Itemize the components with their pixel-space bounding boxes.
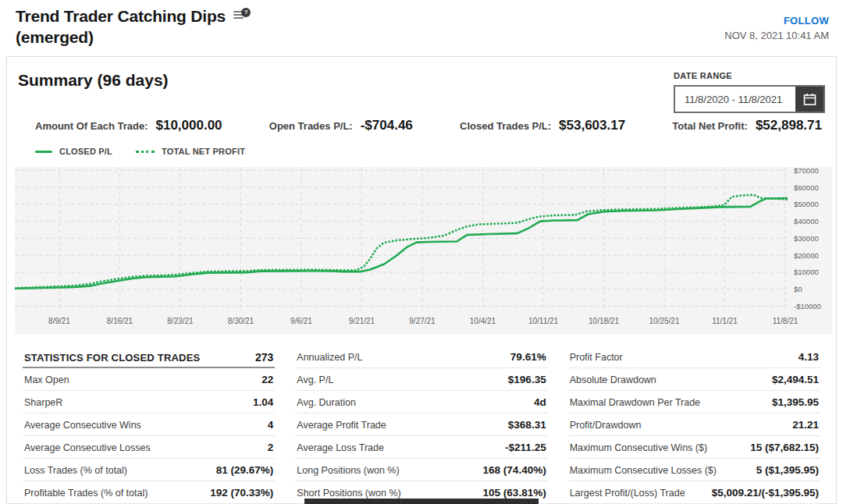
table-row: Loss Trades (% of total)81 (29.67%) bbox=[23, 459, 275, 481]
stat-value: 105 (63.81%) bbox=[483, 487, 546, 499]
metric-value: -$704.46 bbox=[361, 118, 413, 133]
stat-value: 273 bbox=[255, 351, 273, 364]
table-row: STATISTICS FOR CLOSED TRADES273 bbox=[23, 346, 275, 368]
table-row: Largest Profit/(Loss) Trade$5,009.21/(-$… bbox=[568, 481, 820, 504]
stat-value: 4 bbox=[268, 419, 274, 431]
table-row: Average Loss Trade-$211.25 bbox=[295, 436, 547, 459]
stat-value: 2 bbox=[268, 442, 274, 453]
stat-value: $368.31 bbox=[508, 419, 546, 431]
svg-text:8/16/21: 8/16/21 bbox=[107, 317, 133, 325]
stat-label: Maximum Consecutive Wins ($) bbox=[570, 442, 707, 453]
stat-label: Profit/Drawdown bbox=[570, 420, 642, 431]
svg-text:8/23/21: 8/23/21 bbox=[167, 317, 194, 325]
stats-column-2: Annualized P/L79.61%Avg. P/L$196.35Avg. … bbox=[295, 346, 547, 504]
follow-button[interactable]: FOLLOW bbox=[784, 15, 829, 27]
table-row: Maximal Drawdown Per Trade$1,395.95 bbox=[568, 391, 820, 413]
stat-label: Average Consecutive Wins bbox=[24, 420, 141, 431]
stat-value: 22 bbox=[261, 374, 273, 385]
title-line1: Trend Trader Catching Dips bbox=[16, 6, 226, 27]
stat-label: Short Positions (won %) bbox=[297, 488, 400, 499]
legend-item-total-net-profit: TOTAL NET PROFIT bbox=[136, 147, 245, 156]
metric-amount-per-trade: Amount Of Each Trade: $10,000.00 bbox=[35, 118, 222, 133]
table-row: Maximum Consecutive Losses ($)5 ($1,395.… bbox=[568, 459, 820, 481]
summary-panel: Summary (96 days) DATE RANGE Amount Of E… bbox=[6, 56, 837, 504]
stat-value: 15 ($7,682.15) bbox=[750, 442, 819, 453]
legend-item-closed-pl: CLOSED P/L bbox=[35, 147, 112, 156]
stat-value: 168 (74.40%) bbox=[483, 464, 546, 476]
table-row: Average Consecutive Wins4 bbox=[23, 413, 275, 436]
stat-label: STATISTICS FOR CLOSED TRADES bbox=[24, 352, 200, 364]
svg-text:$20000: $20000 bbox=[794, 251, 819, 260]
stat-value: 21.21 bbox=[792, 419, 819, 431]
stat-label: Largest Profit/(Loss) Trade bbox=[570, 488, 685, 499]
svg-text:9/6/21: 9/6/21 bbox=[290, 317, 312, 325]
table-row: Profitable Trades (% of total)192 (70.33… bbox=[23, 481, 275, 504]
svg-text:$50000: $50000 bbox=[794, 200, 819, 208]
stat-label: Loss Trades (% of total) bbox=[24, 465, 127, 476]
stat-label: Maximum Consecutive Losses ($) bbox=[570, 465, 717, 476]
metric-value: $52,898.71 bbox=[756, 118, 822, 133]
table-row: Long Positions (won %)168 (74.40%) bbox=[295, 459, 547, 481]
svg-text:8/30/21: 8/30/21 bbox=[228, 317, 254, 325]
date-range-control: DATE RANGE bbox=[674, 71, 825, 113]
table-row: Profit Factor4.13 bbox=[568, 346, 820, 368]
stat-value: 192 (70.33%) bbox=[210, 487, 273, 499]
header-right: FOLLOW NOV 8, 2021 10:41 AM bbox=[724, 6, 834, 48]
svg-text:8/9/21: 8/9/21 bbox=[48, 317, 70, 325]
table-row: Absolute Drawdown$2,494.51 bbox=[568, 368, 820, 391]
svg-text:11/1/21: 11/1/21 bbox=[712, 317, 738, 325]
summary-title: Summary (96 days) bbox=[18, 71, 169, 90]
stat-value: $2,494.51 bbox=[772, 374, 819, 385]
legend-label: CLOSED P/L bbox=[59, 147, 112, 156]
table-row: Max Open22 bbox=[23, 368, 275, 391]
stat-label: Average Loss Trade bbox=[297, 442, 384, 453]
stat-label: Max Open bbox=[24, 374, 69, 385]
date-range-label: DATE RANGE bbox=[674, 71, 825, 80]
table-row: Average Consecutive Losses2 bbox=[23, 436, 275, 459]
svg-text:10/25/21: 10/25/21 bbox=[649, 317, 680, 325]
date-range-input[interactable] bbox=[675, 87, 795, 112]
page-title: Trend Trader Catching Dips ? (emerged) bbox=[16, 6, 251, 48]
table-row: SharpeR1.04 bbox=[23, 391, 275, 413]
stat-value: 81 (29.67%) bbox=[216, 464, 274, 476]
question-badge-icon: ? bbox=[241, 8, 251, 17]
statistics-table: STATISTICS FOR CLOSED TRADES273Max Open2… bbox=[23, 346, 820, 504]
stat-value: $196.35 bbox=[508, 374, 546, 385]
stat-label: Absolute Drawdown bbox=[570, 374, 656, 385]
svg-text:$10000: $10000 bbox=[794, 268, 819, 276]
svg-text:$30000: $30000 bbox=[794, 234, 819, 243]
stat-value: 4d bbox=[534, 396, 546, 408]
calendar-button[interactable] bbox=[795, 87, 823, 112]
metric-total-net-profit: Total Net Profit: $52,898.71 bbox=[672, 118, 822, 133]
metric-label: Closed Trades P/L: bbox=[460, 120, 551, 132]
stat-label: Average Profit Trade bbox=[297, 420, 386, 431]
strategy-header: Trend Trader Catching Dips ? (emerged) F… bbox=[0, 0, 843, 48]
stat-value: $5,009.21/(-$1,395.95) bbox=[712, 487, 819, 499]
metric-value: $10,000.00 bbox=[155, 118, 222, 133]
table-row: Avg. P/L$196.35 bbox=[295, 368, 547, 391]
table-row: Maximum Consecutive Wins ($)15 ($7,682.1… bbox=[568, 436, 820, 459]
table-row: Average Profit Trade$368.31 bbox=[295, 413, 547, 436]
stat-value: 1.04 bbox=[253, 396, 273, 408]
stat-value: -$211.25 bbox=[505, 442, 546, 453]
stat-label: Annualized P/L bbox=[297, 352, 362, 363]
stat-label: Profitable Trades (% of total) bbox=[24, 488, 148, 499]
metric-value: $53,603.17 bbox=[559, 118, 625, 133]
dotted-line-swatch-icon bbox=[136, 151, 155, 153]
stat-label: Long Positions (won %) bbox=[297, 465, 399, 476]
svg-text:$60000: $60000 bbox=[794, 183, 819, 192]
stat-value: $1,395.95 bbox=[772, 396, 819, 408]
metric-label: Open Trades P/L: bbox=[269, 120, 353, 132]
table-row: Avg. Duration4d bbox=[295, 391, 547, 413]
stats-column-1: STATISTICS FOR CLOSED TRADES273Max Open2… bbox=[23, 346, 275, 504]
svg-text:$0: $0 bbox=[794, 285, 802, 293]
stat-label: Average Consecutive Losses bbox=[24, 442, 151, 453]
timestamp: NOV 8, 2021 10:41 AM bbox=[724, 30, 829, 41]
stat-label: SharpeR bbox=[24, 397, 62, 408]
stat-value: 4.13 bbox=[799, 351, 819, 363]
strategy-info-icon[interactable]: ? bbox=[233, 9, 251, 23]
bottom-overlay-bar bbox=[304, 499, 539, 504]
svg-text:-$10000: -$10000 bbox=[794, 302, 821, 311]
stat-label: Avg. Duration bbox=[297, 397, 356, 408]
svg-text:10/11/21: 10/11/21 bbox=[528, 317, 559, 325]
